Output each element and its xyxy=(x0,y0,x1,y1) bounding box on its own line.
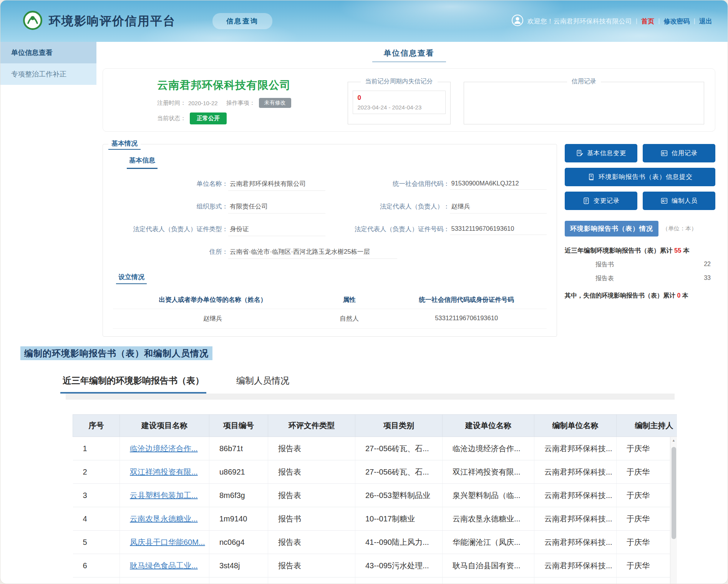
sidebar: 单位信息查看 专项整治工作补正 xyxy=(0,42,96,85)
project-name-cell: 临沧边境经济合作... xyxy=(120,437,209,460)
table-row: 5凤庆县干口华能60M...nc06g4报告表41--090陆上风力...华能澜… xyxy=(73,531,677,554)
score-period: 2023-04-24 - 2024-04-23 xyxy=(358,104,441,111)
project-name-link[interactable]: 双江祥鸿投资有限... xyxy=(130,468,198,476)
home-link[interactable]: 首页 xyxy=(641,17,654,26)
field-label: 法定代表人（负责人）： xyxy=(335,202,450,211)
project-name-link[interactable]: 耿马绿色食品工业... xyxy=(130,561,198,570)
column-header: 编制主持人 xyxy=(617,415,677,437)
sidebar-item-unit-info[interactable]: 单位信息查看 xyxy=(0,42,96,63)
table-cell: 27--056砖瓦、石... xyxy=(355,460,443,484)
field-value: 云南省·临沧市·临翔区·西河北路玉龙水榭25栋一层 xyxy=(228,248,397,259)
company-block: 云南君邦环保科技有限公司 注册时间： 2020-10-22 操作事项： 未有修改… xyxy=(114,78,335,124)
table-cell: 于庆华 xyxy=(617,437,677,460)
table-cell: 26--053塑料制品业 xyxy=(355,484,443,507)
field-label: 住所： xyxy=(113,248,228,256)
table-cell: 8m6f3g xyxy=(209,484,268,507)
score-panel: 当前记分周期内失信记分 0 2023-04-24 - 2024-04-23 xyxy=(348,82,451,124)
table-cell: 于庆华 xyxy=(617,484,677,507)
report-submit-button[interactable]: 环境影响报告书（表）信息提交 xyxy=(565,168,715,186)
table-cell: 云南君邦环保科技... xyxy=(534,484,617,507)
table-cell: 1m9140 xyxy=(209,507,268,531)
table-cell: 云南君邦环保科技... xyxy=(534,437,617,460)
column-header: 项目类别 xyxy=(355,415,443,437)
reports-table-body: 1临沧边境经济合作...86b71t报告表27--056砖瓦、石...临沧边境经… xyxy=(73,437,677,584)
tab-basic-info[interactable]: 基本信息 xyxy=(127,155,158,169)
field-value: 533121196706193610 xyxy=(450,225,547,235)
project-name-cell: 凤庆县干口华能60M... xyxy=(120,531,209,554)
doc-edit-icon xyxy=(576,149,584,157)
basic-info-section: 基本情况 基本信息 单位名称：云南君邦环保科技有限公司 统一社会信用代码：915… xyxy=(103,144,557,337)
table-cell: 报告表 xyxy=(268,460,355,484)
reg-time-value: 2020-10-22 xyxy=(188,100,218,106)
field-value: 赵继兵 xyxy=(450,202,547,213)
table-cell: 于庆华 xyxy=(617,460,677,484)
column-header: 编制单位名称 xyxy=(534,415,617,437)
credit-record-panel: 信用记录 xyxy=(464,82,704,124)
table-cell: 云南君邦环保科技... xyxy=(534,554,617,577)
stats-note: 其中，失信的环境影响报告书（表）累计 0 本 xyxy=(565,292,715,300)
user-area: 欢迎您！云南君邦环保科技有限公司 | 首页 | 修改密码 | 退出 xyxy=(511,14,712,28)
scroll-up-arrow-icon[interactable]: ▲ xyxy=(670,437,677,444)
setup-title: 设立情况 xyxy=(116,273,147,284)
table-cell: 4 xyxy=(73,507,120,531)
project-name-link[interactable]: 云南农垦永德糖业... xyxy=(130,515,198,523)
credit-record-button[interactable]: 信用记录 xyxy=(643,144,715,162)
change-password-link[interactable]: 修改密码 xyxy=(664,17,690,26)
project-name-link[interactable]: 云县塑料包装加工... xyxy=(130,491,198,500)
table-cell: nc06g4 xyxy=(209,531,268,554)
staff-button[interactable]: 编制人员 xyxy=(643,192,715,210)
table-cell: 7 xyxy=(73,577,120,584)
top-header: 环境影响评价信用平台 信息查询 欢迎您！云南君邦环保科技有限公司 | 首页 | … xyxy=(0,0,728,42)
project-name-link[interactable]: 临沧边境经济合作... xyxy=(130,444,198,453)
right-column: 基本信息变更 信用记录 环境影响报告书（表）信息提交 变更记录 xyxy=(565,144,715,337)
table-cell: 86b71t xyxy=(209,437,268,460)
column-header: 项目编号 xyxy=(209,415,268,437)
table-cell: 3st48j xyxy=(209,554,268,577)
logout-link[interactable]: 退出 xyxy=(699,17,712,26)
doc-list-icon xyxy=(582,197,590,205)
change-record-button[interactable]: 变更记录 xyxy=(565,192,637,210)
table-cell: 云南君邦环保科技... xyxy=(534,460,617,484)
basic-info-change-button[interactable]: 基本信息变更 xyxy=(565,144,637,162)
field-value: 有限责任公司 xyxy=(228,202,325,213)
platform-title: 环境影响评价信用平台 xyxy=(49,13,176,29)
table-cell: 10--017制糖业 xyxy=(355,507,443,531)
page: 环境影响评价信用平台 信息查询 欢迎您！云南君邦环保科技有限公司 | 首页 | … xyxy=(0,0,728,584)
stats-note-value: 0 xyxy=(677,292,680,299)
table-cell: 5 xyxy=(73,531,120,554)
table-cell: 6 xyxy=(73,554,120,577)
basic-fields: 单位名称：云南君邦环保科技有限公司 统一社会信用代码：91530900MA6KL… xyxy=(113,180,547,259)
reports-table: 序号建设项目名称项目编号环评文件类型项目类别建设单位名称编制单位名称编制主持人 … xyxy=(73,414,677,584)
table-cell: 于庆华 xyxy=(617,554,677,577)
table-cell: 2 xyxy=(73,460,120,484)
project-name-cell: 五家村光伏电站 xyxy=(120,577,209,584)
operation-badge: 未有修改 xyxy=(259,98,291,108)
setup-info: 设立情况 出资人或者举办单位等的名称（姓名） 属性 统一社会信用代码或身份证件号… xyxy=(113,273,547,329)
table-cell: 报告表 xyxy=(268,484,355,507)
table-cell: u86921 xyxy=(209,460,268,484)
table-cell: 临沧边境经济合作... xyxy=(443,437,534,460)
scrollbar-thumb[interactable] xyxy=(672,447,676,539)
table-cell: 云南农垦永德糖业... xyxy=(443,507,534,531)
operation-label: 操作事项： xyxy=(226,99,255,107)
field-label: 组织形式： xyxy=(113,202,228,211)
table-header-row: 序号建设项目名称项目编号环评文件类型项目类别建设单位名称编制单位名称编制主持人 xyxy=(73,415,677,437)
brand: 环境影响评价信用平台 xyxy=(23,10,176,32)
setup-cell: 自然人 xyxy=(312,314,386,323)
tab-recent-reports[interactable]: 近三年编制的环境影响报告书（表） xyxy=(60,375,206,394)
sidebar-item-rectification[interactable]: 专项整治工作补正 xyxy=(0,63,96,85)
table-row: 7五家村光伏电站k83p19报告表41--090陆上风力...华能澜沧江（云县.… xyxy=(73,577,677,584)
platform-logo-icon xyxy=(23,10,43,32)
table-cell: 27--056砖瓦、石... xyxy=(355,437,443,460)
info-query-button[interactable]: 信息查询 xyxy=(212,13,272,29)
score-value: 0 xyxy=(358,94,441,102)
table-cell: 于庆华 xyxy=(617,531,677,554)
project-name-link[interactable]: 凤庆县干口华能60M... xyxy=(130,538,205,546)
column-header: 序号 xyxy=(73,415,120,437)
project-name-cell: 耿马绿色食品工业... xyxy=(120,554,209,577)
table-scrollbar[interactable]: ▲ ▼ xyxy=(670,437,677,584)
column-header: 建设项目名称 xyxy=(120,415,209,437)
tab-staff-info[interactable]: 编制人员情况 xyxy=(234,375,292,394)
table-cell: 华能澜沧江（凤庆... xyxy=(443,531,534,554)
table-cell: 1 xyxy=(73,437,120,460)
